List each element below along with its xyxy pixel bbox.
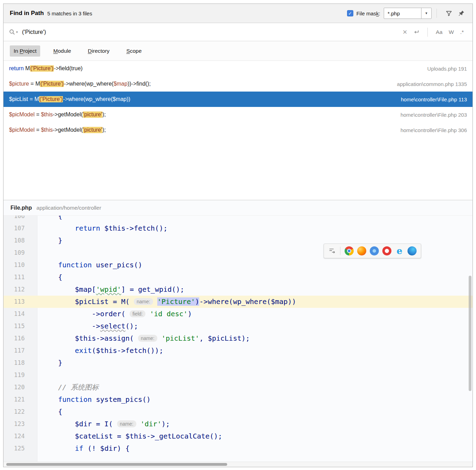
scope-tab-module[interactable]: Module [49, 45, 75, 57]
line-number: 110 [3, 259, 37, 271]
firefox-icon[interactable] [357, 246, 366, 255]
words-toggle[interactable]: W [449, 29, 454, 35]
clear-search-icon[interactable]: × [403, 29, 407, 36]
horizontal-scrollbar-thumb[interactable] [6, 463, 227, 466]
search-result-row[interactable]: $picModel = $this->getModel('picture'); … [3, 122, 473, 138]
code-text: } [37, 357, 62, 369]
search-field[interactable]: ▾ ('Picture') × Aa W .* [3, 23, 473, 41]
editor-line[interactable]: 107 return $this->fetch(); [3, 222, 473, 234]
code-text: exit($this->fetch()); [37, 345, 163, 357]
search-icon[interactable]: ▾ [9, 29, 18, 35]
result-location: home\controller\File.php 113 [401, 96, 467, 102]
code-text: return $this->fetch(); [37, 222, 167, 234]
editor-line[interactable]: 121 function system_pics() [3, 393, 473, 406]
code-text: ->select(); [37, 320, 138, 332]
title-bar: Find in Path 5 matches in 3 files ✓ File… [3, 4, 473, 23]
code-text: $map['wpid'] = get_wpid(); [37, 283, 184, 296]
find-in-path-dialog: Find in Path 5 matches in 3 files ✓ File… [3, 3, 473, 467]
internet-explorer-icon[interactable] [395, 246, 404, 255]
result-code: $picModel = $this->getModel('picture'); [9, 127, 394, 133]
editor-line[interactable]: 118 } [3, 357, 473, 369]
code-text: if (! $dir) { [37, 442, 130, 455]
file-mask-value[interactable]: *.php [384, 8, 421, 19]
search-history-caret-icon[interactable]: ▾ [16, 30, 18, 34]
open-in-browser-icon[interactable] [328, 247, 336, 255]
chromium-icon[interactable] [370, 246, 379, 255]
editor-line[interactable]: 112 $map['wpid'] = get_wpid(); [3, 283, 473, 296]
preview-pane: File.php application/home/controller 106… [3, 200, 473, 467]
code-text: $cateList = $this->_getLocalCate(); [37, 430, 222, 442]
editor-line[interactable]: 111 { [3, 271, 473, 283]
code-text: $picList = M( name: 'Picture')->where(wp… [37, 296, 296, 308]
editor-line-highlighted[interactable]: 113 $picList = M( name: 'Picture')->wher… [3, 296, 473, 308]
editor-line[interactable]: 106 { [3, 216, 473, 222]
line-number: 108 [3, 234, 37, 247]
editor-line[interactable]: 110 function user_pics() [3, 259, 473, 271]
code-text: { [37, 271, 62, 283]
editor-line[interactable]: 123 $dir = I( name: 'dir'); [3, 418, 473, 430]
editor-line[interactable]: 120 // 系统图标 [3, 381, 473, 393]
preview-file-path: application/home/controller [36, 205, 101, 211]
line-number: 117 [3, 345, 37, 357]
code-text: $dir = I( name: 'dir'); [37, 418, 170, 430]
code-text: { [37, 216, 62, 222]
divider [340, 247, 340, 255]
line-number: 121 [3, 393, 37, 406]
line-number: 114 [3, 308, 37, 320]
code-text [37, 247, 41, 259]
result-location: home\controller\File.php 203 [401, 112, 467, 118]
editor-line[interactable]: 122 { [3, 406, 473, 418]
dropdown-arrow-icon[interactable]: ▼ [421, 8, 431, 19]
match-count: 5 matches in 3 files [47, 10, 92, 16]
regex-toggle[interactable]: .* [460, 29, 464, 35]
file-mask-label[interactable]: File mask: [356, 10, 380, 16]
code-text: { [37, 406, 62, 418]
editor-line[interactable]: 125 if (! $dir) { [3, 442, 473, 455]
search-result-row[interactable]: return M('Picture')->field(true) Uploads… [3, 61, 473, 76]
result-code: $picture = M('Picture')->where(wp_where(… [9, 81, 390, 87]
edge-icon[interactable] [408, 246, 417, 255]
dialog-title: Find in Path [10, 10, 44, 17]
code-editor[interactable]: 106 { 107 return $this->fetch(); 108 } 1… [3, 216, 473, 462]
line-number: 113 [3, 296, 37, 308]
line-number: 124 [3, 430, 37, 442]
scope-tab-in-project[interactable]: In Project [10, 45, 40, 57]
result-code: $picModel = $this->getModel('picture'); [9, 111, 394, 118]
scope-tabs: In Project Module Directory Scope [3, 41, 473, 61]
pin-button[interactable] [456, 8, 466, 19]
filter-button[interactable] [444, 8, 454, 19]
horizontal-scrollbar[interactable] [3, 462, 473, 467]
search-result-row-selected[interactable]: $picList = M('Picture')->where(wp_where(… [3, 92, 473, 107]
scope-tab-scope[interactable]: Scope [122, 45, 145, 57]
file-mask-checkbox[interactable]: ✓ [347, 10, 353, 16]
chrome-icon[interactable] [345, 246, 354, 255]
code-text: // 系统图标 [37, 381, 99, 393]
line-number: 112 [3, 283, 37, 296]
opera-icon[interactable] [382, 246, 391, 255]
result-location: Uploads.php 191 [427, 66, 467, 72]
line-number: 123 [3, 418, 37, 430]
pin-icon [457, 10, 465, 17]
parameter-hint: name: [134, 298, 153, 305]
scope-tab-directory[interactable]: Directory [84, 45, 113, 57]
result-code: return M('Picture')->field(true) [9, 65, 420, 72]
line-number: 119 [3, 369, 37, 381]
editor-line[interactable]: 119 [3, 369, 473, 381]
match-case-toggle[interactable]: Aa [436, 29, 442, 35]
editor-line[interactable]: 116 $this->assign( name: 'picList', $pic… [3, 332, 473, 345]
editor-line[interactable]: 114 ->order( field: 'id desc') [3, 308, 473, 320]
preview-file-name: File.php [10, 205, 32, 211]
editor-line[interactable]: 115 ->select(); [3, 320, 473, 332]
search-input[interactable]: ('Picture') [22, 29, 400, 35]
vertical-scrollbar-thumb[interactable] [469, 276, 471, 391]
editor-line[interactable]: 124 $cateList = $this->_getLocalCate(); [3, 430, 473, 442]
code-text: function system_pics() [37, 393, 151, 406]
insert-newline-icon[interactable] [413, 29, 420, 36]
editor-line[interactable]: 117 exit($this->fetch()); [3, 345, 473, 357]
search-result-row[interactable]: $picModel = $this->getModel('picture'); … [3, 107, 473, 122]
line-number: 122 [3, 406, 37, 418]
line-number: 109 [3, 247, 37, 259]
file-mask-combo[interactable]: *.php ▼ [384, 8, 432, 19]
code-text: function user_pics() [37, 259, 142, 271]
search-result-row[interactable]: $picture = M('Picture')->where(wp_where(… [3, 76, 473, 92]
